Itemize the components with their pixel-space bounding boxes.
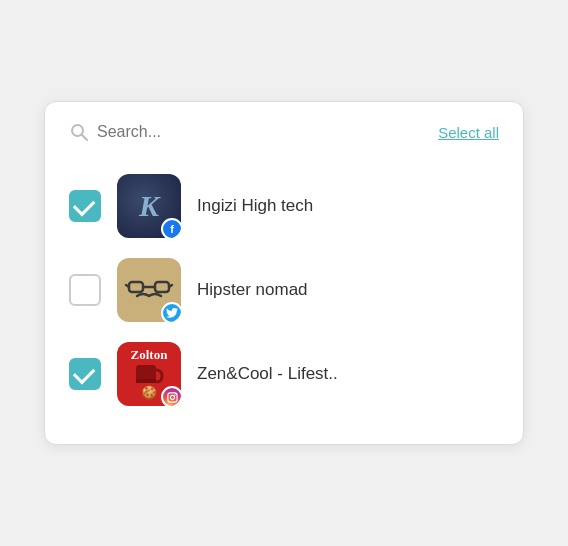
search-icon <box>69 122 89 142</box>
checkbox-zen[interactable] <box>69 358 101 390</box>
svg-line-5 <box>126 285 129 287</box>
facebook-badge: f <box>161 218 181 238</box>
app-icon-zen: Zolton 🍪 <box>117 342 181 406</box>
app-name-hipster: Hipster nomad <box>197 280 308 300</box>
app-icon-hipster <box>117 258 181 322</box>
search-row: Select all <box>69 122 499 142</box>
svg-rect-8 <box>136 379 156 383</box>
app-icon-ingizi: K f <box>117 174 181 238</box>
checkbox-hipster[interactable] <box>69 274 101 306</box>
svg-rect-9 <box>167 392 176 401</box>
twitter-badge <box>161 302 181 322</box>
instagram-badge <box>161 386 181 406</box>
list-item: Zolton 🍪 Zen&Cool - Lifest.. <box>69 332 499 416</box>
app-name-zen: Zen&Cool - Lifest.. <box>197 364 338 384</box>
svg-line-1 <box>82 135 87 140</box>
select-all-button[interactable]: Select all <box>438 124 499 141</box>
svg-point-11 <box>174 394 175 395</box>
svg-rect-7 <box>136 365 156 381</box>
list-item: K f Ingizi High tech <box>69 164 499 248</box>
svg-rect-3 <box>155 282 169 292</box>
search-input[interactable] <box>97 123 297 141</box>
checkbox-ingizi[interactable] <box>69 190 101 222</box>
svg-point-10 <box>170 395 174 399</box>
search-left <box>69 122 438 142</box>
selection-card: Select all K f Ingizi High tech <box>44 101 524 445</box>
svg-rect-2 <box>129 282 143 292</box>
app-name-ingizi: Ingizi High tech <box>197 196 313 216</box>
list-item: Hipster nomad <box>69 248 499 332</box>
svg-line-6 <box>169 285 172 287</box>
